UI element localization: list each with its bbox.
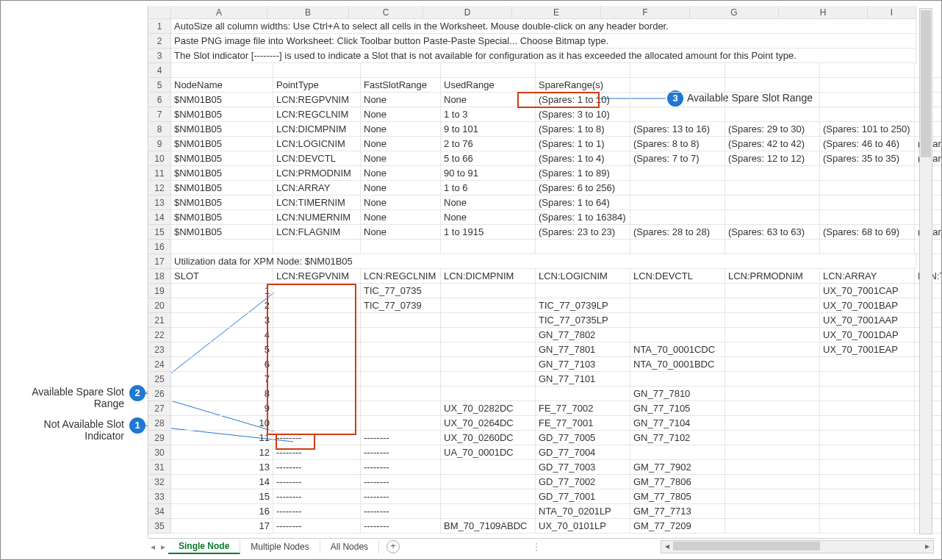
cell-9-D[interactable]: 2 to 76 [441,137,536,151]
cell-18-F[interactable]: LCN:DEVCTL [630,269,725,284]
cell-25-C[interactable] [361,372,441,387]
cell-11-E[interactable]: (Spares: 1 to 89) [536,166,630,181]
cell-20-A[interactable]: 2 [171,298,273,313]
row-header-30[interactable]: 30 [148,445,171,460]
cell-28-A[interactable]: 10 [171,416,273,431]
cell-34-A[interactable]: 16 [171,504,273,519]
cell-22-E[interactable]: GN_77_7802 [536,328,630,342]
cell-9-H[interactable]: (Spares: 46 to 46) [820,137,915,151]
cell-14-A[interactable]: $NM01B05 [171,210,273,225]
row-header-18[interactable]: 18 [148,269,171,284]
cell-35-G[interactable] [725,519,820,534]
cell-15-D[interactable]: 1 to 1915 [441,225,536,240]
cell-23-B[interactable] [273,342,361,357]
cell-6-H[interactable] [820,93,915,107]
cell-34-B[interactable]: -------- [273,504,361,519]
cell-19-E[interactable] [536,284,630,298]
cell-11-A[interactable]: $NM01B05 [171,166,273,181]
cell-18-E[interactable]: LCN:LOGICNIM [536,269,630,284]
cell-27-B[interactable] [273,401,361,416]
cell-8-A[interactable]: $NM01B05 [171,122,273,137]
cell-16-B[interactable] [273,240,361,254]
cell-14-B[interactable]: LCN:NUMERNIM [273,210,361,225]
cell-13-B[interactable]: LCN:TIMERNIM [273,195,361,210]
cell-21-D[interactable] [441,313,536,328]
cell-4-E[interactable] [536,63,630,78]
cell-9-B[interactable]: LCN:LOGICNIM [273,137,361,151]
cell-11-G[interactable] [725,166,820,181]
cell-23-F[interactable]: NTA_70_0001CDC [630,342,725,357]
cell-34-G[interactable] [725,504,820,519]
cell-24-E[interactable]: GN_77_7103 [536,357,630,372]
cell-14-H[interactable] [820,210,915,225]
cell-8-H[interactable]: (Spares: 101 to 250) [820,122,915,137]
cell-12-H[interactable] [820,181,915,195]
col-header-F[interactable]: F [601,6,690,19]
row-header-16[interactable]: 16 [148,240,171,254]
cell-33-A[interactable]: 15 [171,489,273,504]
cell-8-F[interactable]: (Spares: 13 to 16) [630,122,725,137]
row-header-31[interactable]: 31 [148,460,171,475]
cell-16-F[interactable] [630,240,725,254]
cell-15-B[interactable]: LCN:FLAGNIM [273,225,361,240]
cell-28-D[interactable]: UX_70_0264DC [441,416,536,431]
col-header-D[interactable]: D [423,6,512,19]
tab-all-nodes[interactable]: All Nodes [320,540,379,553]
row-header-10[interactable]: 10 [148,151,171,166]
cell-12-D[interactable]: 1 to 6 [441,181,536,195]
cell-13-F[interactable] [630,195,725,210]
cell-10-D[interactable]: 5 to 66 [441,151,536,166]
cell-24-B[interactable] [273,357,361,372]
cell-6-F[interactable] [630,93,725,107]
cell-4-G[interactable] [725,63,820,78]
cell-4-C[interactable] [361,63,441,78]
cell-28-H[interactable] [820,416,915,431]
cell-32-E[interactable]: GD_77_7002 [536,475,630,489]
cell-8-C[interactable]: None [361,122,441,137]
cell-35-A[interactable]: 17 [171,519,273,534]
cell-31-E[interactable]: GD_77_7003 [536,460,630,475]
cell-19-D[interactable] [441,284,536,298]
cell-12-F[interactable] [630,181,725,195]
cell-24-F[interactable]: NTA_70_0001BDC [630,357,725,372]
vscroll-thumb[interactable] [921,10,931,157]
cell-34-C[interactable]: -------- [361,504,441,519]
col-header-B[interactable]: B [267,6,349,19]
cell-11-H[interactable] [820,166,915,181]
cell-25-E[interactable]: GN_77_7101 [536,372,630,387]
row-header-32[interactable]: 32 [148,475,171,489]
cell-27-G[interactable] [725,401,820,416]
cell-22-D[interactable] [441,328,536,342]
cell-16-A[interactable] [171,240,273,254]
select-all-corner[interactable] [148,6,171,19]
row-header-29[interactable]: 29 [148,431,171,445]
cell-18-B[interactable]: LCN:REGPVNIM [273,269,361,284]
cell-14-E[interactable]: (Spares: 1 to 16384) [536,210,630,225]
cell-6-C[interactable]: None [361,93,441,107]
cell-32-G[interactable] [725,475,820,489]
cell-32-C[interactable]: -------- [361,475,441,489]
cell-32-A[interactable]: 14 [171,475,273,489]
cell-23-C[interactable] [361,342,441,357]
cell-5-H[interactable] [820,78,915,93]
cell-35-C[interactable]: -------- [361,519,441,534]
cell-23-D[interactable] [441,342,536,357]
cell-34-H[interactable] [820,504,915,519]
cell-27-F[interactable]: GN_77_7105 [630,401,725,416]
cell-26-F[interactable]: GN_77_7810 [630,387,725,401]
cell-34-E[interactable]: NTA_70_0201LP [536,504,630,519]
cell-6-D[interactable]: None [441,93,536,107]
cell-14-D[interactable]: None [441,210,536,225]
cell-35-F[interactable]: GM_77_7209 [630,519,725,534]
cell-33-H[interactable] [820,489,915,504]
col-header-C[interactable]: C [349,6,423,19]
cell-6-B[interactable]: LCN:REGPVNIM [273,93,361,107]
row-header-14[interactable]: 14 [148,210,171,225]
cell-32-F[interactable]: GM_77_7806 [630,475,725,489]
cell-27-E[interactable]: FE_77_7002 [536,401,630,416]
cell-13-A[interactable]: $NM01B05 [171,195,273,210]
cell-31-C[interactable]: -------- [361,460,441,475]
cell-4-H[interactable] [820,63,915,78]
cell-11-C[interactable]: None [361,166,441,181]
cell-12-C[interactable]: None [361,181,441,195]
